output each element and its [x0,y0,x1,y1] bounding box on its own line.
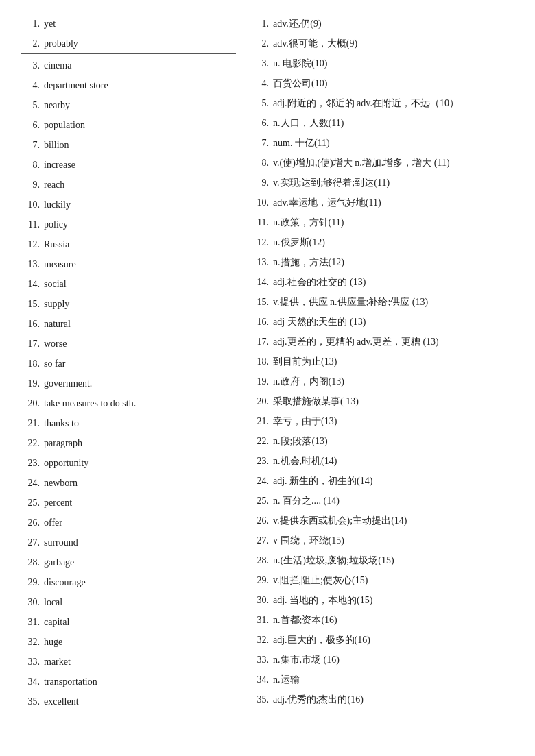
list-item: 27.v 围绕，环绕(15) [250,531,514,550]
item-word: garbage [44,555,236,570]
list-item: 5.nearby [21,95,236,115]
item-number: 29. [21,575,40,589]
item-number: 35. [250,692,269,707]
item-definition: adj. 新生的，初生的(14) [273,474,514,488]
item-definition: adj.优秀的;杰出的(16) [273,692,514,707]
item-number: 3. [21,58,40,73]
item-word: policy [44,217,236,232]
list-item: 31.capital [21,612,236,632]
item-definition: v.(使)增加,(使)增大 n.增加.增多，增大 (11) [273,156,514,170]
item-definition: n. 百分之.... (14) [273,493,514,508]
item-number: 23. [250,454,269,468]
item-number: 26. [21,515,40,530]
item-word: department store [44,78,236,93]
item-number: 5. [250,96,269,110]
item-word: yet [44,16,236,31]
list-item: 11.policy [21,215,236,234]
list-item: 22.n.段;段落(13) [250,431,514,451]
list-item: 20.take measures to do sth. [21,393,236,413]
item-definition: n.首都;资本(16) [273,613,514,627]
item-word: capital [44,615,236,629]
list-item: 26.offer [21,513,236,533]
item-number: 28. [250,553,269,568]
list-item: 16.natural [21,314,236,334]
item-definition: adv.还,仍(9) [273,16,514,31]
left-column: 1.yet2.probably3.cinema4.department stor… [21,14,243,711]
item-number: 15. [21,297,40,311]
item-number: 31. [21,615,40,629]
item-number: 27. [250,533,269,548]
item-number: 14. [21,277,40,291]
item-definition: n.机会,时机(14) [273,454,514,468]
item-definition: v.提供，供应 n.供应量;补给;供应 (13) [273,295,514,309]
list-item: 8.increase [21,155,236,175]
item-number: 16. [250,315,269,329]
item-definition: adj. 当地的，本地的(15) [273,593,514,607]
item-definition: n.措施，方法(12) [273,255,514,269]
item-number: 22. [21,436,40,450]
item-number: 5. [21,98,40,112]
item-word: probably [44,36,236,51]
list-item: 19.n.政府，内阁(13) [250,371,514,391]
item-number: 3. [250,56,269,71]
item-number: 17. [21,337,40,351]
item-word: government. [44,376,236,391]
item-word: percent [44,496,236,510]
item-number: 33. [21,655,40,669]
list-item: 33.market [21,652,236,672]
item-word: so far [44,356,236,371]
list-item: 13.measure [21,254,236,274]
item-word: thanks to [44,416,236,430]
item-word: nearby [44,98,236,112]
list-item: 26.v.提供东西或机会);主动提出(14) [250,511,514,531]
item-number: 2. [21,36,40,51]
item-number: 13. [250,255,269,269]
item-word: luckily [44,197,236,212]
item-number: 19. [21,376,40,391]
item-number: 30. [250,593,269,607]
item-word: huge [44,635,236,649]
list-item: 25.percent [21,493,236,513]
list-item: 18.到目前为止(13) [250,352,514,371]
list-item: 1.yet [21,14,236,34]
item-word: natural [44,317,236,331]
list-item: 32.adj.巨大的，极多的(16) [250,630,514,650]
item-number: 1. [21,16,40,31]
item-number: 2. [250,36,269,51]
item-word: newborn [44,476,236,490]
item-word: population [44,118,236,132]
item-number: 8. [250,156,269,170]
item-number: 20. [21,396,40,411]
item-number: 29. [250,573,269,587]
list-item: 24.adj. 新生的，初生的(14) [250,471,514,491]
item-word: offer [44,515,236,530]
item-definition: n.集市,市场 (16) [273,653,514,667]
item-definition: n.段;段落(13) [273,434,514,448]
item-word: local [44,595,236,609]
item-number: 16. [21,317,40,331]
list-item: 33.n.集市,市场 (16) [250,650,514,670]
list-item: 5.adj.附近的，邻近的 adv.在附近，不远（10） [250,93,514,113]
list-item: 15.supply [21,294,236,314]
item-number: 19. [250,374,269,389]
item-number: 17. [250,334,269,349]
list-item: 21.thanks to [21,413,236,433]
item-number: 6. [21,118,40,132]
item-number: 9. [250,175,269,190]
list-item: 22.paragraph [21,433,236,453]
list-item: 32.huge [21,632,236,652]
item-number: 21. [250,414,269,428]
list-item: 35.excellent [21,692,236,711]
list-item: 35.adj.优秀的;杰出的(16) [250,690,514,709]
list-item: 17.adj.更差的，更糟的 adv.更差，更糟 (13) [250,332,514,352]
list-item: 7.num. 十亿(11) [250,133,514,153]
list-item: 27.surround [21,533,236,552]
item-definition: n.政策，方针(11) [273,215,514,230]
list-item: 14.social [21,274,236,294]
list-item: 2.adv.很可能，大概(9) [250,34,514,53]
item-word: measure [44,257,236,271]
item-number: 24. [250,474,269,488]
item-number: 12. [21,237,40,252]
list-item: 15.v.提供，供应 n.供应量;补给;供应 (13) [250,292,514,312]
item-definition: v.实现;达到;够得着;到达(11) [273,175,514,190]
